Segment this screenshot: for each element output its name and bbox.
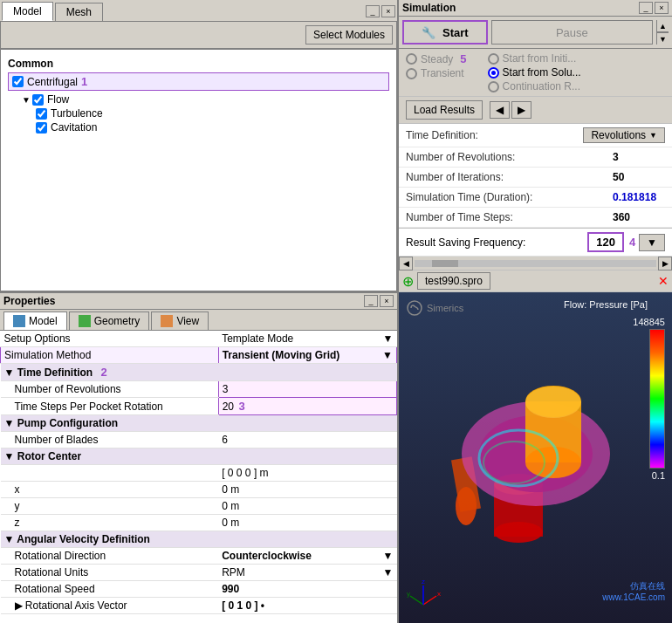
num-iter-param-label: Number of Iterations: [406,171,613,183]
scroll-thumb[interactable] [432,260,458,267]
color-scale: 148845 0.1 [633,317,665,481]
transient-option[interactable]: Transient [406,67,467,79]
setup-options-label: Setup Options [1,331,219,347]
color-scale-bar [649,329,665,469]
rot-units-label: Rotational Units [1,565,219,581]
scroll-right-btn[interactable]: ▶ [658,257,672,270]
tab-model[interactable]: Model [3,312,67,330]
result-saving-label: Result Saving Frequency: [406,236,587,249]
scroll-down-btn[interactable]: ▼ [657,32,669,44]
sim-method-dropdown-arrow[interactable]: ▼ [382,349,393,361]
label-1: 1 [81,75,87,88]
minimize-sim-btn[interactable]: _ [639,2,653,14]
label-3: 3 [238,400,244,413]
rot-dir-value: Counterclockwise ▼ [218,548,396,565]
visualization-area: Simerics Flow: Pressure [Pa] 148845 0.1 … [399,292,672,623]
z-label: z [1,515,219,531]
model-tree: Common Centrifugal 1 ▼ Flow Turbulence [0,49,397,291]
nav-back-button[interactable]: ◀ [490,101,510,119]
num-rev-row: Number of Revolutions: 3 [399,147,672,168]
start-from-initial-label: Start from Initi... [503,52,577,65]
x-label: x [1,482,219,498]
z-value: 0 m [218,515,396,531]
scale-min-label: 0.1 [652,470,665,481]
continuation-option[interactable]: Continuation R... [488,80,581,92]
close-sim-btn[interactable]: × [655,2,669,14]
start-initial-radio[interactable] [488,53,499,65]
steady-label: Steady [421,53,453,65]
centrifugal-checkbox[interactable] [12,76,24,87]
num-iter-param-value: 50 [613,171,665,183]
rot-units-dropdown[interactable]: ▼ [383,566,394,578]
time-def-dropdown[interactable]: Revolutions ▼ [583,127,665,143]
viz-tab-spro[interactable]: test990.spro [417,272,490,290]
minimize-props-btn[interactable]: _ [364,295,378,307]
watermark-line1: 仿真在线 [602,580,665,592]
tab-geometry[interactable]: Geometry [69,312,150,330]
num-time-steps-row: Number of Time Steps: 360 [399,208,672,228]
model-tab[interactable]: Model [2,2,53,21]
rot-dir-dropdown[interactable]: ▼ [383,550,394,562]
nav-forward-button[interactable]: ▶ [511,101,531,119]
start-from-initial-option[interactable]: Start from Initi... [488,52,581,65]
close-left-btn[interactable]: × [381,5,395,17]
rot-axis-value: [ 0 1 0 ] • [218,598,396,614]
pause-button[interactable]: Pause [491,20,653,44]
rot-axis-label: ▶ Rotational Axis Vector [1,598,219,614]
result-saving-value[interactable]: 120 [587,232,624,252]
template-dropdown-arrow[interactable]: ▼ [383,332,394,345]
simerics-icon [406,299,423,317]
x-value: 0 m [218,482,396,498]
load-results-button[interactable]: Load Results [406,100,483,120]
mesh-tab[interactable]: Mesh [55,3,103,21]
steady-radio[interactable] [406,53,417,65]
cavitation-checkbox[interactable] [36,122,47,134]
viz-close-btn[interactable]: ✕ [658,274,669,288]
sim-time-param-label: Simulation Time (Duration): [406,191,613,203]
select-modules-button[interactable]: Select Modules [305,25,393,44]
svg-line-15 [423,596,436,605]
start-from-sol-radio[interactable] [488,67,499,79]
simulation-title: Simulation [402,2,637,14]
horizontal-scrollbar[interactable]: ◀ ▶ [399,257,672,270]
transient-radio[interactable] [406,68,417,79]
viz-tab-label: test990.spro [425,275,483,287]
transient-label: Transient [421,67,464,79]
start-from-sol-option[interactable]: Start from Solu... [488,66,581,79]
num-blades-value: 6 [218,432,396,448]
num-rev-param-value: 3 [613,151,665,163]
start-from-sol-label: Start from Solu... [503,66,581,79]
num-blades-label: Number of Blades [1,432,219,448]
centrifugal-label: Centrifugal [27,76,78,88]
num-time-steps-param-value: 360 [613,211,665,223]
flow-expand[interactable]: ▼ [22,95,31,105]
tab-view[interactable]: View [151,312,209,330]
pump-3d-svg [440,371,632,545]
add-viz-tab-btn[interactable]: ⊕ [402,273,414,290]
label-4: 4 [629,236,635,249]
scale-max-label: 148845 [633,317,665,327]
scroll-up-btn[interactable]: ▲ [657,20,669,32]
result-saving-dropdown-arrow[interactable]: ▼ [639,234,665,251]
num-rev-value: 3 [218,381,396,398]
turbulence-label: Turbulence [51,107,103,120]
start-label: Start [442,26,469,39]
steady-option[interactable]: Steady 5 [406,52,467,65]
rot-units-value: RPM ▼ [218,565,396,581]
geometry-icon [79,315,91,327]
svg-text:x: x [437,590,441,598]
start-button[interactable]: 🔧 Start [402,20,488,44]
flow-checkbox[interactable] [32,94,44,106]
model-icon [13,315,25,327]
minimize-left-btn[interactable]: _ [366,5,380,17]
y-label: y [1,498,219,515]
sim-time-row: Simulation Time (Duration): 0.181818 [399,188,672,208]
time-def-row: Time Definition: Revolutions ▼ [399,124,672,147]
scroll-left-btn[interactable]: ◀ [399,257,413,270]
num-time-steps-param-label: Number of Time Steps: [406,211,613,223]
close-props-btn[interactable]: × [380,295,394,307]
continuation-radio[interactable] [488,81,499,92]
turbulence-checkbox[interactable] [36,108,47,120]
y-value: 0 m [218,498,396,515]
vertical-scrollbar[interactable]: ▲ ▼ [656,20,669,44]
